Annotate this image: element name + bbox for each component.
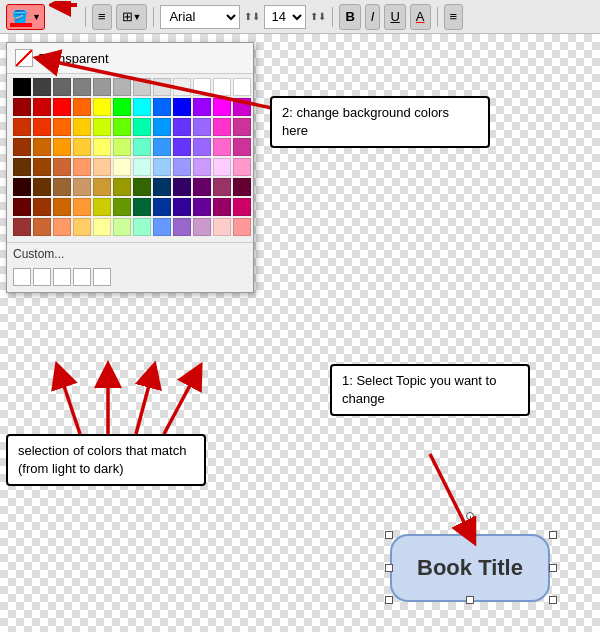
recent-swatch[interactable] [93,268,111,286]
color-swatch[interactable] [173,198,191,216]
custom-color-option[interactable]: Custom... [7,242,253,265]
selection-handle-middle-left[interactable] [385,564,393,572]
recent-swatch[interactable] [13,268,31,286]
color-swatch[interactable] [73,178,91,196]
color-swatch[interactable] [73,138,91,156]
color-swatch[interactable] [153,118,171,136]
selection-handle-top-right[interactable] [549,531,557,539]
color-swatch[interactable] [133,158,151,176]
color-swatch[interactable] [133,198,151,216]
color-swatch[interactable] [173,138,191,156]
color-swatch[interactable] [53,98,71,116]
color-swatch[interactable] [133,98,151,116]
color-swatch[interactable] [13,178,31,196]
color-swatch[interactable] [73,158,91,176]
color-swatch[interactable] [133,178,151,196]
color-swatch[interactable] [213,98,231,116]
color-swatch[interactable] [213,198,231,216]
color-swatch[interactable] [113,218,131,236]
color-swatch[interactable] [93,158,111,176]
color-swatch[interactable] [153,138,171,156]
color-swatch[interactable] [213,218,231,236]
color-swatch[interactable] [193,98,211,116]
color-swatch[interactable] [33,198,51,216]
color-swatch[interactable] [13,118,31,136]
color-swatch[interactable] [173,178,191,196]
color-swatch[interactable] [33,118,51,136]
color-swatch[interactable] [73,118,91,136]
color-swatch[interactable] [233,178,251,196]
book-title-topic[interactable]: Book Title [390,534,550,602]
align-button[interactable]: ≡ [444,4,464,30]
color-swatch[interactable] [53,198,71,216]
transparent-option[interactable]: Transparent [7,43,253,74]
color-swatch[interactable] [213,78,231,96]
color-swatch[interactable] [113,138,131,156]
font-family-select[interactable]: Arial Times New Roman Courier New [160,5,240,29]
selection-handle-top-middle[interactable] [466,531,474,539]
color-swatch[interactable] [233,138,251,156]
color-swatch[interactable] [133,138,151,156]
color-swatch[interactable] [153,218,171,236]
color-swatch[interactable] [133,118,151,136]
color-swatch[interactable] [113,98,131,116]
color-swatch[interactable] [33,78,51,96]
selection-handle-bottom-left[interactable] [385,596,393,604]
color-swatch[interactable] [53,118,71,136]
color-swatch[interactable] [53,178,71,196]
color-swatch[interactable] [153,178,171,196]
color-swatch[interactable] [173,118,191,136]
bold-button[interactable]: B [339,4,360,30]
color-swatch[interactable] [233,218,251,236]
color-swatch[interactable] [93,218,111,236]
color-swatch[interactable] [73,98,91,116]
recent-swatch[interactable] [73,268,91,286]
color-swatch[interactable] [33,178,51,196]
color-swatch[interactable] [193,118,211,136]
color-swatch[interactable] [213,138,231,156]
color-swatch[interactable] [53,158,71,176]
color-swatch[interactable] [13,158,31,176]
color-swatch[interactable] [233,78,251,96]
color-swatch[interactable] [233,158,251,176]
color-swatch[interactable] [153,198,171,216]
color-swatch[interactable] [233,98,251,116]
color-swatch[interactable] [193,218,211,236]
color-swatch[interactable] [33,158,51,176]
color-swatch[interactable] [33,98,51,116]
selection-handle-bottom-middle[interactable] [466,596,474,604]
font-color-button[interactable]: A [410,4,431,30]
selection-handle-top-left[interactable] [385,531,393,539]
color-swatch[interactable] [213,158,231,176]
grid-button[interactable]: ⊞ ▼ [116,4,148,30]
color-swatch[interactable] [193,138,211,156]
font-size-select[interactable]: 14 10 12 16 18 [264,5,306,29]
background-color-button[interactable]: 🪣 ▼ [6,4,45,30]
color-swatch[interactable] [73,78,91,96]
color-swatch[interactable] [173,218,191,236]
color-swatch[interactable] [33,218,51,236]
selection-handle-bottom-right[interactable] [549,596,557,604]
color-swatch[interactable] [173,98,191,116]
color-swatch[interactable] [233,198,251,216]
color-swatch[interactable] [153,158,171,176]
color-swatch[interactable] [113,118,131,136]
color-swatch[interactable] [153,78,171,96]
color-swatch[interactable] [233,118,251,136]
color-swatch[interactable] [93,178,111,196]
color-swatch[interactable] [33,138,51,156]
color-swatch[interactable] [53,78,71,96]
color-swatch[interactable] [13,78,31,96]
color-swatch[interactable] [213,178,231,196]
color-swatch[interactable] [113,158,131,176]
color-swatch[interactable] [73,218,91,236]
color-swatch[interactable] [13,218,31,236]
selection-handle-middle-right[interactable] [549,564,557,572]
color-swatch[interactable] [113,78,131,96]
color-swatch[interactable] [53,138,71,156]
color-swatch[interactable] [133,218,151,236]
italic-button[interactable]: I [365,4,381,30]
color-swatch[interactable] [113,178,131,196]
color-swatch[interactable] [73,198,91,216]
color-swatch[interactable] [173,78,191,96]
